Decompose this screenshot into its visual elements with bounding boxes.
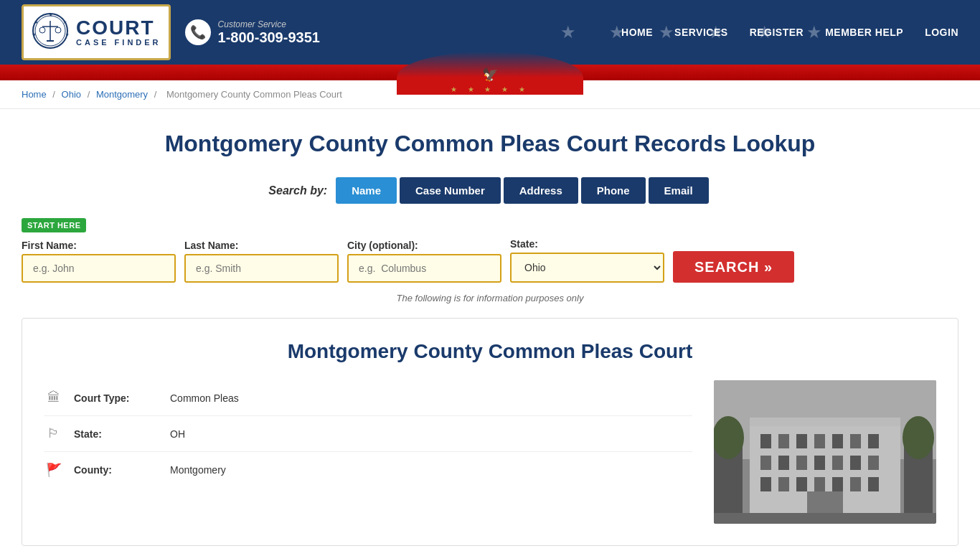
wave-bar: 🦅 ★ ★ ★ ★ ★ xyxy=(0,65,980,80)
cs-text: Customer Service 1-800-309-9351 xyxy=(218,19,320,46)
logo-emblem: ★ ★ ★ ★ ★ xyxy=(31,11,70,54)
breadcrumb-ohio[interactable]: Ohio xyxy=(62,89,81,100)
logo-case-finder-label: CASE FINDER xyxy=(76,38,161,47)
breadcrumb-sep-1: / xyxy=(52,89,57,100)
nav-member-help[interactable]: MEMBER HELP xyxy=(825,27,903,38)
svg-point-15 xyxy=(714,416,744,459)
cs-label: Customer Service xyxy=(218,19,320,29)
svg-rect-18 xyxy=(778,434,789,448)
state-group: State: AlabamaAlaskaArizonaArkansasCalif… xyxy=(510,238,664,283)
eagle-icon: 🦅 xyxy=(482,67,498,83)
page-title: Montgomery County Common Pleas Court Rec… xyxy=(22,131,958,157)
county-value: Montgomery xyxy=(170,464,226,476)
state-row: 🏳 State: OH xyxy=(44,416,692,452)
wave-stars: ★ ★ ★ ★ ★ xyxy=(451,85,529,93)
first-name-input[interactable] xyxy=(22,254,176,283)
court-type-label: Court Type: xyxy=(74,392,160,404)
svg-text:★: ★ xyxy=(65,32,69,37)
last-name-label: Last Name: xyxy=(184,240,339,251)
breadcrumb-sep-2: / xyxy=(88,89,93,100)
county-row: 🚩 County: Montgomery xyxy=(44,452,692,488)
svg-rect-28 xyxy=(832,456,843,470)
tab-name[interactable]: Name xyxy=(336,177,397,204)
nav-register[interactable]: REGISTER xyxy=(750,27,804,38)
svg-text:★: ★ xyxy=(63,20,67,24)
svg-rect-35 xyxy=(832,477,843,491)
svg-rect-26 xyxy=(796,456,807,470)
search-form-wrapper: START HERE First Name: Last Name: City (… xyxy=(22,218,958,283)
state-select[interactable]: AlabamaAlaskaArizonaArkansasCaliforniaCo… xyxy=(510,253,664,283)
search-by-row: Search by: Name Case Number Address Phon… xyxy=(22,177,958,204)
svg-rect-24 xyxy=(760,456,771,470)
cs-phone: 1-800-309-9351 xyxy=(218,29,320,46)
last-name-group: Last Name: xyxy=(184,240,339,283)
tab-email[interactable]: Email xyxy=(649,177,709,204)
first-name-label: First Name: xyxy=(22,240,176,251)
svg-rect-29 xyxy=(850,456,861,470)
court-info-title: Montgomery County Common Pleas Court xyxy=(44,340,936,363)
first-name-group: First Name: xyxy=(22,240,176,283)
court-type-value: Common Pleas xyxy=(170,392,239,404)
nav-login[interactable]: LOGIN xyxy=(925,27,958,38)
state-field-value: OH xyxy=(170,428,185,440)
svg-rect-19 xyxy=(796,434,807,448)
svg-text:★: ★ xyxy=(32,32,36,37)
svg-rect-30 xyxy=(868,456,879,470)
state-field-label: State: xyxy=(74,428,160,440)
svg-point-9 xyxy=(39,27,45,33)
city-input[interactable] xyxy=(347,254,501,283)
search-button[interactable]: SEARCH » xyxy=(673,251,794,283)
svg-rect-39 xyxy=(750,418,900,426)
svg-rect-32 xyxy=(778,477,789,491)
svg-point-10 xyxy=(55,27,61,33)
customer-service: 📞 Customer Service 1-800-309-9351 xyxy=(185,19,320,46)
tab-phone[interactable]: Phone xyxy=(581,177,646,204)
breadcrumb-current: Montgomery County Common Pleas Court xyxy=(166,89,342,100)
breadcrumb-sep-3: / xyxy=(154,89,159,100)
svg-rect-42 xyxy=(714,513,936,524)
breadcrumb-montgomery[interactable]: Montgomery xyxy=(96,89,148,100)
svg-text:★: ★ xyxy=(49,13,52,17)
court-info-content: 🏛 Court Type: Common Pleas 🏳 State: OH 🚩… xyxy=(44,380,936,524)
header-left: ★ ★ ★ ★ ★ COURT CASE FINDER xyxy=(22,4,320,60)
phone-icon: 📞 xyxy=(185,19,211,45)
breadcrumb-home[interactable]: Home xyxy=(22,89,47,100)
search-form: First Name: Last Name: City (optional): … xyxy=(22,238,958,283)
county-icon: 🚩 xyxy=(44,462,64,478)
header-nav: HOME SERVICES REGISTER MEMBER HELP LOGIN xyxy=(621,27,958,38)
logo[interactable]: ★ ★ ★ ★ ★ COURT CASE FINDER xyxy=(22,4,171,60)
logo-text: COURT CASE FINDER xyxy=(76,18,161,47)
state-icon: 🏳 xyxy=(44,426,64,441)
county-label: County: xyxy=(74,464,160,476)
svg-rect-25 xyxy=(778,456,789,470)
logo-court-label: COURT xyxy=(76,18,161,38)
court-type-icon: 🏛 xyxy=(44,390,64,405)
svg-point-41 xyxy=(903,416,934,459)
tab-case-number[interactable]: Case Number xyxy=(400,177,501,204)
court-image xyxy=(714,380,936,524)
svg-rect-37 xyxy=(868,477,879,491)
nav-home[interactable]: HOME xyxy=(621,27,653,38)
start-here-badge: START HERE xyxy=(22,218,86,232)
svg-rect-34 xyxy=(814,477,825,491)
court-type-row: 🏛 Court Type: Common Pleas xyxy=(44,380,692,416)
svg-rect-22 xyxy=(850,434,861,448)
city-label: City (optional): xyxy=(347,240,501,251)
search-by-label: Search by: xyxy=(268,184,327,197)
info-note: The following is for information purpose… xyxy=(22,293,958,303)
svg-rect-17 xyxy=(760,434,771,448)
svg-rect-31 xyxy=(760,477,771,491)
court-info-table: 🏛 Court Type: Common Pleas 🏳 State: OH 🚩… xyxy=(44,380,692,524)
svg-rect-20 xyxy=(814,434,825,448)
city-group: City (optional): xyxy=(347,240,501,283)
svg-rect-33 xyxy=(796,477,807,491)
court-info-box: Montgomery County Common Pleas Court 🏛 C… xyxy=(22,318,958,546)
tab-address[interactable]: Address xyxy=(504,177,578,204)
state-label: State: xyxy=(510,238,664,250)
svg-rect-21 xyxy=(832,434,843,448)
svg-rect-36 xyxy=(850,477,861,491)
last-name-input[interactable] xyxy=(184,254,339,283)
svg-text:★: ★ xyxy=(34,20,38,24)
main-content: Montgomery County Common Pleas Court Rec… xyxy=(0,109,980,551)
nav-services[interactable]: SERVICES xyxy=(674,27,728,38)
